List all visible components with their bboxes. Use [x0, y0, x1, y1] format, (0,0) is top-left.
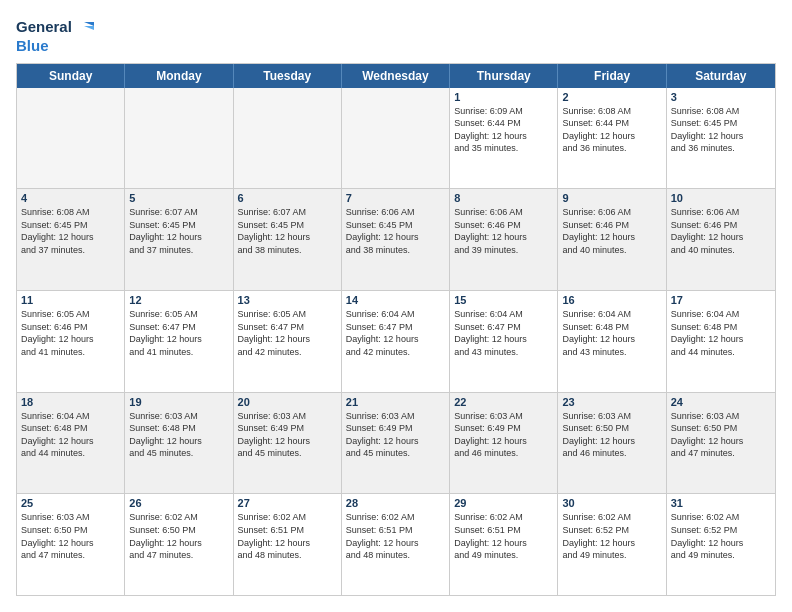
day-info: Sunrise: 6:05 AM Sunset: 6:46 PM Dayligh…	[21, 308, 120, 358]
calendar-row: 25Sunrise: 6:03 AM Sunset: 6:50 PM Dayli…	[17, 493, 775, 595]
calendar-header-cell: Saturday	[667, 64, 775, 88]
day-number: 27	[238, 497, 337, 509]
calendar-body: 1Sunrise: 6:09 AM Sunset: 6:44 PM Daylig…	[17, 88, 775, 596]
calendar-cell: 27Sunrise: 6:02 AM Sunset: 6:51 PM Dayli…	[234, 494, 342, 595]
day-info: Sunrise: 6:02 AM Sunset: 6:52 PM Dayligh…	[671, 511, 771, 561]
svg-marker-1	[84, 26, 94, 30]
day-number: 23	[562, 396, 661, 408]
day-number: 26	[129, 497, 228, 509]
day-info: Sunrise: 6:05 AM Sunset: 6:47 PM Dayligh…	[129, 308, 228, 358]
day-number: 1	[454, 91, 553, 103]
day-info: Sunrise: 6:04 AM Sunset: 6:48 PM Dayligh…	[562, 308, 661, 358]
calendar-cell: 6Sunrise: 6:07 AM Sunset: 6:45 PM Daylig…	[234, 189, 342, 290]
calendar-cell: 8Sunrise: 6:06 AM Sunset: 6:46 PM Daylig…	[450, 189, 558, 290]
day-info: Sunrise: 6:02 AM Sunset: 6:52 PM Dayligh…	[562, 511, 661, 561]
calendar-cell: 15Sunrise: 6:04 AM Sunset: 6:47 PM Dayli…	[450, 291, 558, 392]
day-number: 16	[562, 294, 661, 306]
day-number: 31	[671, 497, 771, 509]
calendar-cell: 12Sunrise: 6:05 AM Sunset: 6:47 PM Dayli…	[125, 291, 233, 392]
calendar-cell: 17Sunrise: 6:04 AM Sunset: 6:48 PM Dayli…	[667, 291, 775, 392]
calendar-cell: 29Sunrise: 6:02 AM Sunset: 6:51 PM Dayli…	[450, 494, 558, 595]
day-info: Sunrise: 6:02 AM Sunset: 6:50 PM Dayligh…	[129, 511, 228, 561]
calendar-cell: 7Sunrise: 6:06 AM Sunset: 6:45 PM Daylig…	[342, 189, 450, 290]
day-info: Sunrise: 6:04 AM Sunset: 6:47 PM Dayligh…	[346, 308, 445, 358]
day-info: Sunrise: 6:06 AM Sunset: 6:45 PM Dayligh…	[346, 206, 445, 256]
day-number: 21	[346, 396, 445, 408]
calendar-cell: 5Sunrise: 6:07 AM Sunset: 6:45 PM Daylig…	[125, 189, 233, 290]
calendar-cell: 22Sunrise: 6:03 AM Sunset: 6:49 PM Dayli…	[450, 393, 558, 494]
calendar-cell: 21Sunrise: 6:03 AM Sunset: 6:49 PM Dayli…	[342, 393, 450, 494]
day-number: 5	[129, 192, 228, 204]
logo-bird-icon	[74, 16, 96, 38]
day-info: Sunrise: 6:03 AM Sunset: 6:50 PM Dayligh…	[671, 410, 771, 460]
calendar-header-cell: Friday	[558, 64, 666, 88]
day-number: 17	[671, 294, 771, 306]
day-info: Sunrise: 6:08 AM Sunset: 6:45 PM Dayligh…	[21, 206, 120, 256]
day-info: Sunrise: 6:03 AM Sunset: 6:49 PM Dayligh…	[454, 410, 553, 460]
calendar-cell: 25Sunrise: 6:03 AM Sunset: 6:50 PM Dayli…	[17, 494, 125, 595]
calendar-header-cell: Thursday	[450, 64, 558, 88]
calendar-header-cell: Monday	[125, 64, 233, 88]
calendar: SundayMondayTuesdayWednesdayThursdayFrid…	[16, 63, 776, 597]
day-number: 2	[562, 91, 661, 103]
calendar-cell: 30Sunrise: 6:02 AM Sunset: 6:52 PM Dayli…	[558, 494, 666, 595]
calendar-cell: 24Sunrise: 6:03 AM Sunset: 6:50 PM Dayli…	[667, 393, 775, 494]
calendar-cell: 19Sunrise: 6:03 AM Sunset: 6:48 PM Dayli…	[125, 393, 233, 494]
calendar-row: 11Sunrise: 6:05 AM Sunset: 6:46 PM Dayli…	[17, 290, 775, 392]
calendar-header-cell: Sunday	[17, 64, 125, 88]
day-number: 13	[238, 294, 337, 306]
calendar-cell: 16Sunrise: 6:04 AM Sunset: 6:48 PM Dayli…	[558, 291, 666, 392]
day-number: 19	[129, 396, 228, 408]
day-info: Sunrise: 6:02 AM Sunset: 6:51 PM Dayligh…	[238, 511, 337, 561]
day-number: 12	[129, 294, 228, 306]
calendar-cell: 2Sunrise: 6:08 AM Sunset: 6:44 PM Daylig…	[558, 88, 666, 189]
day-info: Sunrise: 6:03 AM Sunset: 6:50 PM Dayligh…	[562, 410, 661, 460]
day-number: 6	[238, 192, 337, 204]
calendar-row: 1Sunrise: 6:09 AM Sunset: 6:44 PM Daylig…	[17, 88, 775, 189]
day-info: Sunrise: 6:03 AM Sunset: 6:50 PM Dayligh…	[21, 511, 120, 561]
calendar-cell: 26Sunrise: 6:02 AM Sunset: 6:50 PM Dayli…	[125, 494, 233, 595]
day-number: 30	[562, 497, 661, 509]
day-info: Sunrise: 6:08 AM Sunset: 6:45 PM Dayligh…	[671, 105, 771, 155]
day-number: 3	[671, 91, 771, 103]
day-number: 9	[562, 192, 661, 204]
day-info: Sunrise: 6:05 AM Sunset: 6:47 PM Dayligh…	[238, 308, 337, 358]
calendar-cell	[234, 88, 342, 189]
day-number: 7	[346, 192, 445, 204]
day-info: Sunrise: 6:04 AM Sunset: 6:48 PM Dayligh…	[671, 308, 771, 358]
calendar-cell: 3Sunrise: 6:08 AM Sunset: 6:45 PM Daylig…	[667, 88, 775, 189]
day-info: Sunrise: 6:04 AM Sunset: 6:48 PM Dayligh…	[21, 410, 120, 460]
calendar-header-cell: Tuesday	[234, 64, 342, 88]
calendar-cell: 20Sunrise: 6:03 AM Sunset: 6:49 PM Dayli…	[234, 393, 342, 494]
day-info: Sunrise: 6:03 AM Sunset: 6:49 PM Dayligh…	[238, 410, 337, 460]
calendar-cell: 4Sunrise: 6:08 AM Sunset: 6:45 PM Daylig…	[17, 189, 125, 290]
day-number: 29	[454, 497, 553, 509]
calendar-cell	[125, 88, 233, 189]
calendar-cell: 23Sunrise: 6:03 AM Sunset: 6:50 PM Dayli…	[558, 393, 666, 494]
day-number: 25	[21, 497, 120, 509]
page-header: General Blue	[16, 16, 776, 55]
calendar-cell: 10Sunrise: 6:06 AM Sunset: 6:46 PM Dayli…	[667, 189, 775, 290]
day-info: Sunrise: 6:09 AM Sunset: 6:44 PM Dayligh…	[454, 105, 553, 155]
day-number: 18	[21, 396, 120, 408]
day-number: 8	[454, 192, 553, 204]
calendar-cell	[17, 88, 125, 189]
day-info: Sunrise: 6:07 AM Sunset: 6:45 PM Dayligh…	[238, 206, 337, 256]
day-number: 11	[21, 294, 120, 306]
day-info: Sunrise: 6:02 AM Sunset: 6:51 PM Dayligh…	[346, 511, 445, 561]
svg-marker-0	[84, 22, 94, 26]
calendar-row: 4Sunrise: 6:08 AM Sunset: 6:45 PM Daylig…	[17, 188, 775, 290]
calendar-cell: 28Sunrise: 6:02 AM Sunset: 6:51 PM Dayli…	[342, 494, 450, 595]
calendar-cell: 18Sunrise: 6:04 AM Sunset: 6:48 PM Dayli…	[17, 393, 125, 494]
day-info: Sunrise: 6:07 AM Sunset: 6:45 PM Dayligh…	[129, 206, 228, 256]
day-number: 4	[21, 192, 120, 204]
calendar-cell: 1Sunrise: 6:09 AM Sunset: 6:44 PM Daylig…	[450, 88, 558, 189]
day-info: Sunrise: 6:06 AM Sunset: 6:46 PM Dayligh…	[454, 206, 553, 256]
day-number: 24	[671, 396, 771, 408]
day-info: Sunrise: 6:06 AM Sunset: 6:46 PM Dayligh…	[562, 206, 661, 256]
logo: General Blue	[16, 16, 96, 55]
calendar-header: SundayMondayTuesdayWednesdayThursdayFrid…	[17, 64, 775, 88]
day-info: Sunrise: 6:03 AM Sunset: 6:48 PM Dayligh…	[129, 410, 228, 460]
day-info: Sunrise: 6:04 AM Sunset: 6:47 PM Dayligh…	[454, 308, 553, 358]
day-number: 14	[346, 294, 445, 306]
